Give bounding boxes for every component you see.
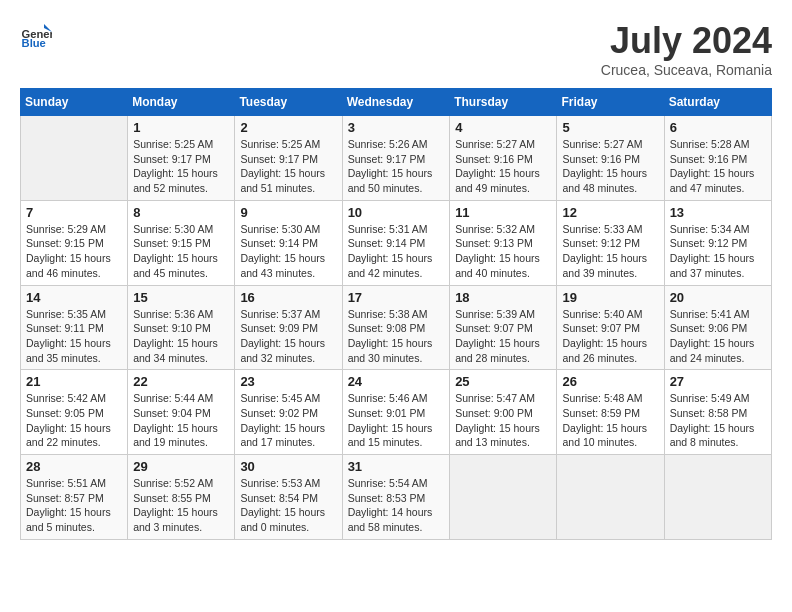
day-number: 5 [562, 120, 658, 135]
calendar-cell: 28Sunrise: 5:51 AM Sunset: 8:57 PM Dayli… [21, 455, 128, 540]
calendar-cell: 18Sunrise: 5:39 AM Sunset: 9:07 PM Dayli… [450, 285, 557, 370]
calendar-cell: 19Sunrise: 5:40 AM Sunset: 9:07 PM Dayli… [557, 285, 664, 370]
day-info: Sunrise: 5:26 AM Sunset: 9:17 PM Dayligh… [348, 137, 445, 196]
day-number: 12 [562, 205, 658, 220]
day-number: 9 [240, 205, 336, 220]
column-header-monday: Monday [128, 89, 235, 116]
logo-icon: General Blue [20, 20, 52, 52]
day-number: 7 [26, 205, 122, 220]
calendar-cell: 27Sunrise: 5:49 AM Sunset: 8:58 PM Dayli… [664, 370, 771, 455]
day-info: Sunrise: 5:37 AM Sunset: 9:09 PM Dayligh… [240, 307, 336, 366]
calendar-cell: 11Sunrise: 5:32 AM Sunset: 9:13 PM Dayli… [450, 200, 557, 285]
calendar-cell: 5Sunrise: 5:27 AM Sunset: 9:16 PM Daylig… [557, 116, 664, 201]
day-info: Sunrise: 5:30 AM Sunset: 9:15 PM Dayligh… [133, 222, 229, 281]
calendar-cell: 8Sunrise: 5:30 AM Sunset: 9:15 PM Daylig… [128, 200, 235, 285]
day-number: 25 [455, 374, 551, 389]
day-info: Sunrise: 5:30 AM Sunset: 9:14 PM Dayligh… [240, 222, 336, 281]
calendar-cell: 6Sunrise: 5:28 AM Sunset: 9:16 PM Daylig… [664, 116, 771, 201]
day-info: Sunrise: 5:47 AM Sunset: 9:00 PM Dayligh… [455, 391, 551, 450]
day-info: Sunrise: 5:53 AM Sunset: 8:54 PM Dayligh… [240, 476, 336, 535]
day-number: 8 [133, 205, 229, 220]
column-header-friday: Friday [557, 89, 664, 116]
day-number: 21 [26, 374, 122, 389]
day-number: 19 [562, 290, 658, 305]
day-info: Sunrise: 5:45 AM Sunset: 9:02 PM Dayligh… [240, 391, 336, 450]
day-info: Sunrise: 5:34 AM Sunset: 9:12 PM Dayligh… [670, 222, 766, 281]
calendar-cell: 30Sunrise: 5:53 AM Sunset: 8:54 PM Dayli… [235, 455, 342, 540]
day-number: 22 [133, 374, 229, 389]
day-number: 3 [348, 120, 445, 135]
day-info: Sunrise: 5:28 AM Sunset: 9:16 PM Dayligh… [670, 137, 766, 196]
day-number: 29 [133, 459, 229, 474]
day-number: 6 [670, 120, 766, 135]
day-info: Sunrise: 5:38 AM Sunset: 9:08 PM Dayligh… [348, 307, 445, 366]
calendar-cell: 12Sunrise: 5:33 AM Sunset: 9:12 PM Dayli… [557, 200, 664, 285]
logo: General Blue [20, 20, 52, 52]
calendar-cell: 24Sunrise: 5:46 AM Sunset: 9:01 PM Dayli… [342, 370, 450, 455]
day-info: Sunrise: 5:46 AM Sunset: 9:01 PM Dayligh… [348, 391, 445, 450]
day-number: 20 [670, 290, 766, 305]
day-number: 15 [133, 290, 229, 305]
day-info: Sunrise: 5:48 AM Sunset: 8:59 PM Dayligh… [562, 391, 658, 450]
day-number: 2 [240, 120, 336, 135]
calendar-cell: 21Sunrise: 5:42 AM Sunset: 9:05 PM Dayli… [21, 370, 128, 455]
day-info: Sunrise: 5:33 AM Sunset: 9:12 PM Dayligh… [562, 222, 658, 281]
calendar-cell: 10Sunrise: 5:31 AM Sunset: 9:14 PM Dayli… [342, 200, 450, 285]
day-info: Sunrise: 5:42 AM Sunset: 9:05 PM Dayligh… [26, 391, 122, 450]
calendar-cell: 2Sunrise: 5:25 AM Sunset: 9:17 PM Daylig… [235, 116, 342, 201]
calendar-cell [450, 455, 557, 540]
day-info: Sunrise: 5:44 AM Sunset: 9:04 PM Dayligh… [133, 391, 229, 450]
day-info: Sunrise: 5:25 AM Sunset: 9:17 PM Dayligh… [133, 137, 229, 196]
day-info: Sunrise: 5:49 AM Sunset: 8:58 PM Dayligh… [670, 391, 766, 450]
location: Crucea, Suceava, Romania [601, 62, 772, 78]
day-number: 23 [240, 374, 336, 389]
day-info: Sunrise: 5:29 AM Sunset: 9:15 PM Dayligh… [26, 222, 122, 281]
day-info: Sunrise: 5:35 AM Sunset: 9:11 PM Dayligh… [26, 307, 122, 366]
calendar-cell: 15Sunrise: 5:36 AM Sunset: 9:10 PM Dayli… [128, 285, 235, 370]
day-number: 4 [455, 120, 551, 135]
day-info: Sunrise: 5:25 AM Sunset: 9:17 PM Dayligh… [240, 137, 336, 196]
day-info: Sunrise: 5:51 AM Sunset: 8:57 PM Dayligh… [26, 476, 122, 535]
calendar-cell [21, 116, 128, 201]
month-title: July 2024 [601, 20, 772, 62]
day-number: 16 [240, 290, 336, 305]
title-block: July 2024 Crucea, Suceava, Romania [601, 20, 772, 78]
day-number: 26 [562, 374, 658, 389]
column-header-tuesday: Tuesday [235, 89, 342, 116]
calendar-cell [664, 455, 771, 540]
page-header: General Blue July 2024 Crucea, Suceava, … [20, 20, 772, 78]
day-number: 17 [348, 290, 445, 305]
calendar-cell: 7Sunrise: 5:29 AM Sunset: 9:15 PM Daylig… [21, 200, 128, 285]
calendar-cell: 14Sunrise: 5:35 AM Sunset: 9:11 PM Dayli… [21, 285, 128, 370]
day-number: 13 [670, 205, 766, 220]
day-info: Sunrise: 5:27 AM Sunset: 9:16 PM Dayligh… [455, 137, 551, 196]
day-number: 30 [240, 459, 336, 474]
column-header-sunday: Sunday [21, 89, 128, 116]
calendar-cell: 16Sunrise: 5:37 AM Sunset: 9:09 PM Dayli… [235, 285, 342, 370]
calendar-cell: 23Sunrise: 5:45 AM Sunset: 9:02 PM Dayli… [235, 370, 342, 455]
day-info: Sunrise: 5:36 AM Sunset: 9:10 PM Dayligh… [133, 307, 229, 366]
column-header-thursday: Thursday [450, 89, 557, 116]
calendar-cell: 26Sunrise: 5:48 AM Sunset: 8:59 PM Dayli… [557, 370, 664, 455]
day-number: 11 [455, 205, 551, 220]
calendar-cell: 17Sunrise: 5:38 AM Sunset: 9:08 PM Dayli… [342, 285, 450, 370]
day-number: 31 [348, 459, 445, 474]
day-number: 24 [348, 374, 445, 389]
calendar-cell: 1Sunrise: 5:25 AM Sunset: 9:17 PM Daylig… [128, 116, 235, 201]
calendar-cell [557, 455, 664, 540]
day-info: Sunrise: 5:27 AM Sunset: 9:16 PM Dayligh… [562, 137, 658, 196]
calendar-cell: 25Sunrise: 5:47 AM Sunset: 9:00 PM Dayli… [450, 370, 557, 455]
day-info: Sunrise: 5:40 AM Sunset: 9:07 PM Dayligh… [562, 307, 658, 366]
day-info: Sunrise: 5:32 AM Sunset: 9:13 PM Dayligh… [455, 222, 551, 281]
column-header-wednesday: Wednesday [342, 89, 450, 116]
day-number: 28 [26, 459, 122, 474]
day-number: 18 [455, 290, 551, 305]
column-header-saturday: Saturday [664, 89, 771, 116]
day-info: Sunrise: 5:39 AM Sunset: 9:07 PM Dayligh… [455, 307, 551, 366]
day-info: Sunrise: 5:52 AM Sunset: 8:55 PM Dayligh… [133, 476, 229, 535]
calendar-cell: 3Sunrise: 5:26 AM Sunset: 9:17 PM Daylig… [342, 116, 450, 201]
calendar-cell: 13Sunrise: 5:34 AM Sunset: 9:12 PM Dayli… [664, 200, 771, 285]
day-info: Sunrise: 5:31 AM Sunset: 9:14 PM Dayligh… [348, 222, 445, 281]
calendar-table: SundayMondayTuesdayWednesdayThursdayFrid… [20, 88, 772, 540]
calendar-cell: 22Sunrise: 5:44 AM Sunset: 9:04 PM Dayli… [128, 370, 235, 455]
